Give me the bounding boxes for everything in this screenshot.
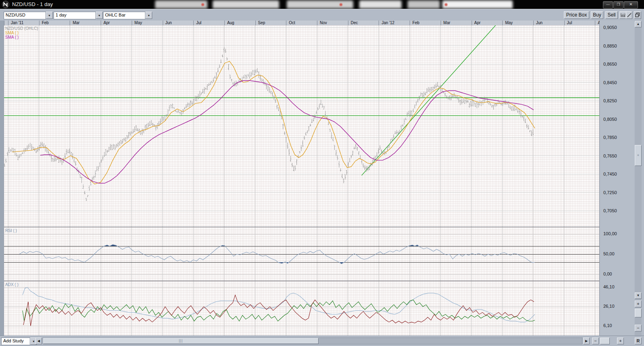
cascade-windows-button[interactable] — [634, 11, 641, 19]
horizontal-scrollbar[interactable]: ||| — [43, 338, 582, 344]
month-tick — [286, 21, 286, 25]
month-label: May — [505, 21, 513, 25]
close-button[interactable]: ✕ — [624, 1, 638, 8]
axis-value-label: 0,8050 — [603, 117, 617, 122]
symbol-value[interactable]: NZD/USD — [4, 12, 46, 19]
chart-type-combobox[interactable]: OHLC Bar ▼ — [103, 12, 152, 19]
blurred-background-tab — [359, 0, 402, 8]
buy-button[interactable]: Buy — [591, 11, 603, 19]
value-axis: 0,90500,88500,86500,84500,82500,80500,78… — [599, 21, 634, 336]
horizontal-zoom-thumb[interactable] — [600, 338, 610, 344]
axis-value-label: 0,8250 — [603, 98, 617, 103]
axis-value-label: 0,7450 — [603, 172, 617, 176]
vertical-scrollbar-thumb[interactable]: ≡ — [635, 145, 642, 166]
price-pane[interactable]: NZD/USD (OHLC) SMA ( ) SMA ( ) — [4, 25, 599, 227]
month-label: May — [135, 21, 142, 25]
month-label: Jan '12 — [381, 21, 394, 25]
scroll-left-button[interactable]: ◀ — [35, 338, 42, 344]
month-tick — [70, 21, 70, 25]
legend-ohlc: NZD/USD (OHLC) — [5, 26, 38, 31]
adx-pane-label: ADX ( ) — [5, 282, 19, 287]
line-draw-tool-button[interactable] — [626, 11, 632, 19]
window-titlebar: NZD/USD - 1 day — ❐ ✕ — [0, 0, 644, 9]
bar-chart-icon — [621, 13, 625, 17]
axis-value-label: 26,10 — [603, 304, 615, 309]
plus-di-line[interactable] — [23, 300, 535, 321]
app-logo-icon — [2, 1, 9, 8]
blurred-background-tab — [408, 0, 440, 8]
scroll-up-button[interactable]: ▲ — [635, 21, 642, 27]
bottom-toolbar: Add Study ▼ ◀ ||| ▶ − + R — [0, 336, 644, 346]
axis-value-label: 6,10 — [603, 323, 612, 328]
month-tick — [255, 21, 256, 25]
bar-chart-tool-button[interactable] — [619, 11, 626, 19]
price-pane-legend: NZD/USD (OHLC) SMA ( ) SMA ( ) — [5, 26, 38, 39]
horizontal-scrollbar-thumb[interactable]: ||| — [43, 338, 319, 344]
month-label: Jun — [166, 21, 172, 25]
chart-toolbar: NZD/USD ▼ 1 day ▼ OHLC Bar ▼ Price Box B… — [0, 9, 644, 21]
zoom-in-vertical-button[interactable]: + — [635, 300, 642, 307]
zoom-in-horizontal-button[interactable]: + — [617, 338, 624, 344]
axis-value-label: 100,00 — [603, 231, 617, 236]
month-tick — [39, 21, 39, 25]
chevron-down-icon[interactable]: ▼ — [96, 12, 103, 19]
reset-zoom-button[interactable]: R — [635, 338, 642, 344]
axis-value-label: 0,8850 — [603, 44, 617, 48]
rsi-threshold-lines — [4, 246, 599, 262]
axis-value-label: 0,7050 — [603, 208, 617, 213]
add-study-combobox[interactable]: Add Study ▼ — [1, 338, 37, 345]
month-tick — [472, 21, 472, 25]
restore-button[interactable]: ❐ — [613, 1, 623, 8]
minus-di-line[interactable] — [23, 295, 534, 326]
month-tick — [132, 21, 132, 25]
month-label: Dec — [351, 21, 358, 25]
window-right-border — [642, 9, 644, 346]
adx-pane[interactable]: ADX ( ) — [4, 281, 599, 336]
trend-line[interactable] — [362, 25, 496, 175]
month-tick — [564, 21, 565, 25]
blurred-favicon — [445, 3, 447, 6]
sell-button[interactable]: Sell — [605, 11, 618, 19]
scroll-right-button[interactable]: ▶ — [583, 338, 590, 344]
add-study-value[interactable]: Add Study — [1, 338, 30, 345]
month-label: Feb — [412, 21, 419, 25]
zoom-out-horizontal-button[interactable]: − — [592, 338, 599, 344]
adx-line[interactable] — [23, 287, 535, 322]
chevron-down-icon[interactable]: ▼ — [46, 12, 53, 19]
month-label: Nov — [320, 21, 327, 25]
axis-value-label: 0,7250 — [603, 190, 617, 195]
axis-value-label: 0,9050 — [603, 25, 617, 30]
blurred-background-tab — [287, 0, 353, 8]
interval-combobox[interactable]: 1 day ▼ — [54, 12, 103, 19]
axis-value-label: 50,00 — [603, 251, 615, 256]
sma-fast-line[interactable] — [12, 61, 535, 184]
rsi-pane[interactable]: RSI ( ) — [4, 227, 599, 281]
month-gridlines — [8, 25, 595, 227]
trading-platform-window: NZD/USD - 1 day — ❐ ✕ NZD/USD ▼ 1 day ▼ … — [0, 0, 644, 346]
price-box-button[interactable]: Price Box — [564, 11, 589, 19]
symbol-combobox[interactable]: NZD/USD ▼ — [4, 12, 53, 19]
chart-type-value[interactable]: OHLC Bar — [103, 12, 145, 19]
month-tick — [101, 21, 101, 25]
zoom-out-vertical-button[interactable]: − — [635, 325, 642, 331]
axis-value-label: 0,00 — [603, 271, 612, 276]
blurred-background-tab — [442, 0, 513, 8]
scroll-down-button[interactable]: ▼ — [635, 292, 642, 299]
chevron-down-icon[interactable]: ▼ — [145, 12, 152, 19]
vertical-zoom-thumb[interactable] — [635, 309, 642, 317]
cascade-windows-icon — [635, 12, 640, 17]
interval-value[interactable]: 1 day — [54, 12, 96, 19]
month-label: Jul — [196, 21, 201, 25]
axis-value-label: 0,8650 — [603, 62, 617, 66]
month-tick — [163, 21, 163, 25]
minimize-button[interactable]: — — [603, 1, 613, 8]
month-label: Jan '11 — [11, 21, 23, 25]
month-tick — [224, 21, 225, 25]
rsi-pane-label: RSI ( ) — [5, 228, 17, 233]
month-tick — [8, 21, 8, 25]
month-tick — [379, 21, 379, 25]
blurred-background-tab — [213, 0, 279, 8]
vertical-scrollbar[interactable]: ▲ ≡ ▼ + − — [635, 21, 642, 336]
legend-sma-slow: SMA ( ) — [5, 35, 38, 39]
month-tick — [502, 21, 503, 25]
